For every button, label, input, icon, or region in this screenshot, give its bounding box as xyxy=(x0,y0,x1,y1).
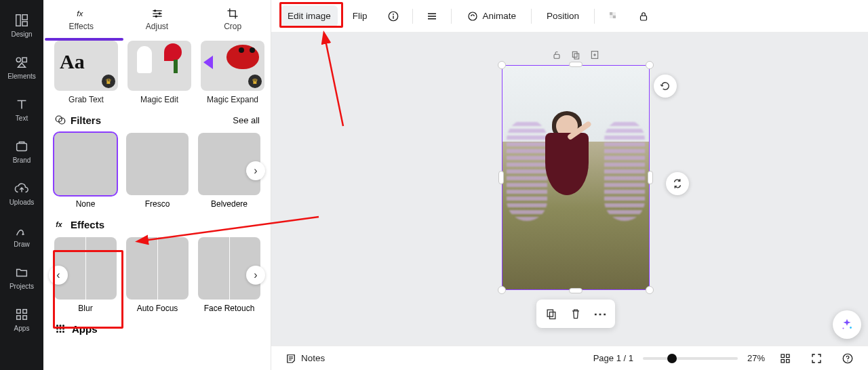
nav-text[interactable]: Text xyxy=(0,88,43,130)
separator xyxy=(412,9,413,24)
list-button[interactable] xyxy=(421,5,443,27)
resize-handle-br[interactable] xyxy=(646,286,654,294)
more-button[interactable]: ⋯ xyxy=(593,306,607,322)
section-title: Effects xyxy=(71,219,104,230)
effect-label: Face Retouch xyxy=(198,304,260,313)
lock-button[interactable] xyxy=(633,5,654,27)
status-bar: Notes Page 1 / 1 27% xyxy=(271,346,868,370)
svg-rect-6 xyxy=(17,309,21,313)
resize-handle-mr[interactable] xyxy=(648,171,653,184)
svg-point-25 xyxy=(62,331,64,333)
nav-label: Uploads xyxy=(9,199,35,206)
canvas[interactable]: ⋯ xyxy=(271,33,868,346)
filter-fresco[interactable]: Fresco xyxy=(126,133,189,209)
nav-uploads[interactable]: Uploads xyxy=(0,172,43,214)
svg-rect-5 xyxy=(17,143,27,150)
delete-button[interactable] xyxy=(569,307,583,321)
nav-label: Design xyxy=(11,30,32,38)
resize-handle-ml[interactable] xyxy=(498,171,504,184)
resize-handle-mt[interactable] xyxy=(569,62,583,67)
unlock-icon[interactable] xyxy=(551,49,563,61)
tab-crop[interactable]: Crop xyxy=(195,7,271,31)
svg-point-23 xyxy=(56,331,58,333)
edit-image-button[interactable]: Edit image xyxy=(281,5,338,27)
selected-image[interactable]: ⋯ xyxy=(502,65,650,290)
edit-image-panel: fx Effects Adjust Crop Aa ♛ Grab Text xyxy=(43,0,271,370)
shapes-icon xyxy=(14,55,29,70)
context-toolbar: ⋯ xyxy=(536,300,615,328)
svg-point-13 xyxy=(155,16,157,18)
resize-handle-tr[interactable] xyxy=(646,61,654,69)
left-nav: Design Elements Text Brand Uploads Draw … xyxy=(0,0,43,370)
resize-handle-bl[interactable] xyxy=(498,286,506,294)
apps-icon xyxy=(54,323,66,335)
nav-apps[interactable]: Apps xyxy=(0,298,43,340)
svg-point-41 xyxy=(842,327,844,329)
svg-point-18 xyxy=(60,325,62,327)
position-button[interactable]: Position xyxy=(540,5,586,27)
duplicate-icon[interactable] xyxy=(570,49,582,61)
svg-point-27 xyxy=(393,14,394,15)
add-page-icon[interactable] xyxy=(589,49,601,61)
svg-rect-35 xyxy=(572,52,577,57)
image-frame xyxy=(502,65,650,290)
transparency-button[interactable] xyxy=(603,5,625,27)
zoom-knob[interactable] xyxy=(667,354,677,363)
tool-label: Magic Edit xyxy=(127,95,191,104)
nav-design[interactable]: Design xyxy=(0,4,43,46)
svg-point-40 xyxy=(850,327,852,329)
help-button[interactable] xyxy=(837,348,859,369)
see-all-link[interactable]: See all xyxy=(233,115,260,125)
svg-rect-7 xyxy=(23,309,27,313)
nav-elements[interactable]: Elements xyxy=(0,46,43,88)
transparency-icon xyxy=(608,10,620,22)
svg-point-28 xyxy=(469,12,477,20)
top-tools-row: Aa ♛ Grab Text Magic Edit xyxy=(54,41,260,104)
duplicate-button[interactable] xyxy=(545,307,558,321)
effect-auto-focus[interactable]: Auto Focus xyxy=(126,237,189,313)
svg-rect-8 xyxy=(17,315,21,319)
svg-rect-42 xyxy=(781,354,785,358)
effects-prev-button[interactable]: ‹ xyxy=(49,266,68,285)
filter-none[interactable]: None xyxy=(54,133,117,209)
notes-button[interactable]: Notes xyxy=(281,348,329,369)
tab-adjust[interactable]: Adjust xyxy=(119,7,195,31)
tab-label: Crop xyxy=(224,22,241,31)
fullscreen-icon xyxy=(810,352,823,365)
zoom-value[interactable]: 27% xyxy=(747,353,765,363)
tool-magic-edit[interactable]: Magic Edit xyxy=(127,41,191,104)
resize-handle-mb[interactable] xyxy=(569,288,583,293)
filters-next-button[interactable]: › xyxy=(246,161,265,180)
svg-rect-4 xyxy=(22,58,26,62)
nav-brand[interactable]: Brand xyxy=(0,130,43,172)
magic-button[interactable] xyxy=(833,310,861,339)
lock-icon xyxy=(637,10,650,22)
nav-draw[interactable]: Draw xyxy=(0,214,43,256)
flip-button[interactable]: Flip xyxy=(346,5,374,27)
element-quick-actions xyxy=(551,49,601,61)
sync-button[interactable] xyxy=(666,172,689,195)
fullscreen-button[interactable] xyxy=(806,348,827,369)
premium-icon: ♛ xyxy=(102,75,115,88)
tool-grab-text[interactable]: Aa ♛ Grab Text xyxy=(54,41,118,104)
tab-effects[interactable]: fx Effects xyxy=(43,7,119,31)
filter-thumb xyxy=(126,133,189,195)
layout-icon xyxy=(14,13,29,28)
nav-projects[interactable]: Projects xyxy=(0,256,43,298)
page-indicator[interactable]: Page 1 / 1 xyxy=(593,353,633,363)
grid-view-button[interactable] xyxy=(774,348,796,369)
tool-thumb: ♛ xyxy=(201,41,264,91)
svg-rect-0 xyxy=(16,14,20,26)
zoom-slider[interactable] xyxy=(643,357,738,360)
effects-next-button[interactable]: › xyxy=(246,266,265,285)
sparkle-icon xyxy=(840,317,854,332)
svg-rect-29 xyxy=(610,12,613,16)
sync-icon xyxy=(671,178,684,190)
info-button[interactable] xyxy=(382,5,404,27)
resize-handle-tl[interactable] xyxy=(498,61,506,69)
tool-magic-expand[interactable]: ♛ Magic Expand xyxy=(201,41,264,104)
separator xyxy=(531,9,532,24)
rotate-button[interactable] xyxy=(654,75,677,98)
section-title: Filters xyxy=(71,115,101,126)
animate-button[interactable]: Animate xyxy=(460,5,524,27)
